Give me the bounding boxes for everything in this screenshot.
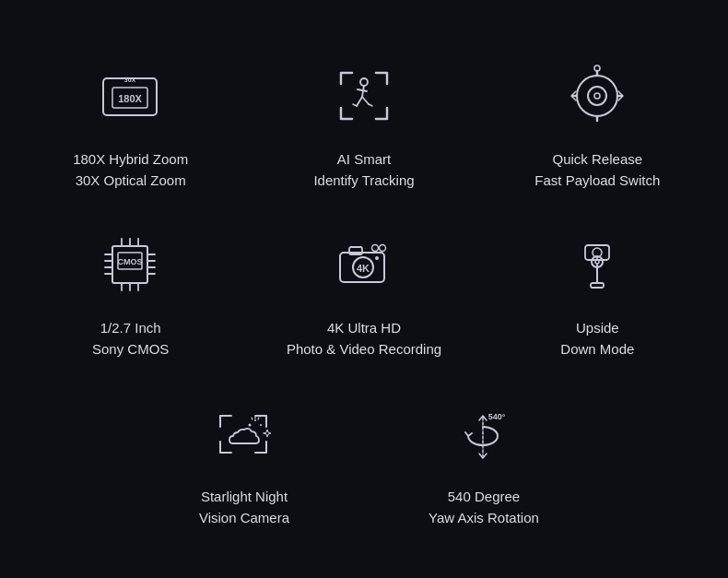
- svg-text:540°: 540°: [488, 412, 506, 421]
- zoom-label: 180X Hybrid Zoom 30X Optical Zoom: [73, 149, 188, 191]
- svg-text:4K: 4K: [357, 263, 370, 274]
- ai-tracking-label: AI Smart Identify Tracking: [313, 149, 414, 191]
- feature-cmos: CMOS 1/2.7 Inch: [14, 209, 247, 369]
- feature-upside-down: Upside Down Mode: [481, 209, 714, 369]
- quick-release-icon: [560, 59, 634, 133]
- feature-ai-tracking: AI Smart Identify Tracking: [247, 41, 480, 200]
- svg-point-45: [254, 419, 256, 421]
- tracking-icon: [327, 59, 401, 133]
- starlight-label: Starlight Night Vision Camera: [199, 487, 289, 528]
- 540-icon: 540°: [447, 396, 521, 470]
- zoom-icon: 180X 30X: [94, 59, 168, 133]
- quick-release-label: Quick Release Fast Payload Switch: [534, 149, 660, 191]
- svg-point-6: [588, 87, 606, 105]
- starlight-icon: [207, 396, 281, 470]
- 540-label: 540 Degree Yaw Axis Rotation: [429, 487, 539, 528]
- svg-point-4: [360, 78, 368, 86]
- svg-text:30X: 30X: [123, 77, 135, 83]
- svg-point-34: [372, 245, 379, 252]
- svg-text:CMOS: CMOS: [118, 257, 143, 266]
- svg-line-49: [258, 418, 259, 419]
- svg-point-35: [380, 245, 386, 252]
- 4k-label: 4K Ultra HD Photo & Video Recording: [287, 318, 441, 360]
- feature-quick-release: Quick Release Fast Payload Switch: [481, 41, 714, 200]
- svg-point-44: [249, 424, 252, 427]
- svg-line-48: [252, 418, 252, 419]
- cmos-icon: CMOS: [94, 228, 168, 301]
- upside-down-icon: [560, 228, 634, 301]
- svg-point-46: [260, 424, 262, 426]
- feature-540: 540° 540 Degree Yaw Axis Rotation: [364, 378, 604, 537]
- feature-4k: 4K 4K Ultra HD Photo & Video Recording: [247, 209, 480, 369]
- svg-point-5: [577, 76, 617, 116]
- 4k-icon: 4K: [327, 228, 401, 301]
- svg-point-36: [375, 256, 379, 260]
- svg-text:180X: 180X: [118, 93, 142, 104]
- feature-zoom: 180X 30X 180X Hybrid Zoom 30X Optical Zo…: [14, 41, 247, 200]
- feature-starlight: Starlight Night Vision Camera: [124, 378, 364, 537]
- cmos-label: 1/2.7 Inch Sony CMOS: [92, 318, 169, 360]
- features-grid: 180X 30X 180X Hybrid Zoom 30X Optical Zo…: [14, 41, 714, 537]
- last-row: Starlight Night Vision Camera 540°: [124, 378, 604, 537]
- upside-down-label: Upside Down Mode: [560, 318, 634, 360]
- svg-point-7: [594, 93, 600, 99]
